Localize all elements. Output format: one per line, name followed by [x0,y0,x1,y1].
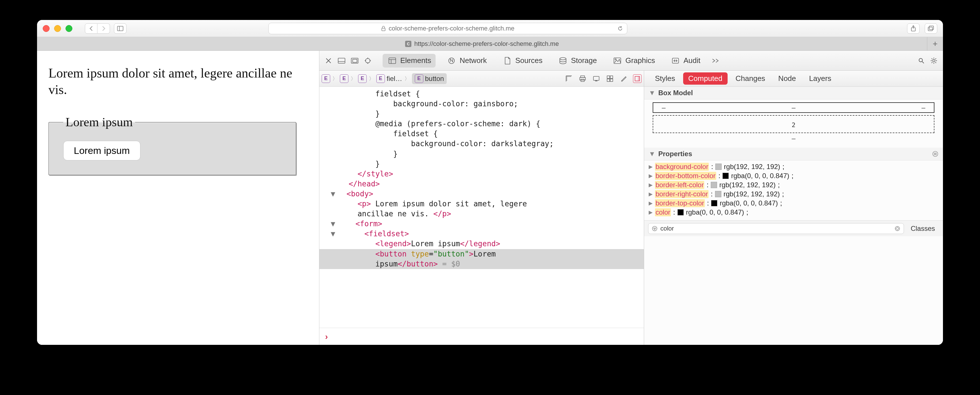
dock-bottom-icon[interactable] [336,56,347,66]
elements-panel: E〉E〉E〉Efiel…〉Ebutton fieldset { backgr [319,71,644,345]
breadcrumb-item[interactable]: E [321,74,330,83]
property-value: rgba(0, 0, 0, 0.847) [720,199,778,207]
color-swatch[interactable] [715,191,721,197]
svg-line-24 [922,62,924,63]
sidebar-toggle-button[interactable] [114,23,126,33]
toggle-details-sidebar-icon[interactable] [633,74,641,83]
disclosure-triangle-icon: ▶ [649,209,653,215]
properties-options-icon[interactable] [932,151,939,157]
svg-rect-9 [353,59,357,62]
storage-icon [558,56,568,66]
reload-button[interactable] [617,25,623,31]
lock-icon [381,26,386,31]
svg-line-30 [932,59,932,59]
color-swatch[interactable] [678,209,684,215]
styles-tab-node[interactable]: Node [773,72,801,84]
rulers-icon[interactable] [565,74,573,83]
devtools-toolbar: ElementsNetworkSourcesStorageGraphicsAud… [319,51,943,71]
history-nav [85,23,110,33]
properties-header[interactable]: ▼ Properties [644,148,943,161]
devtools-search-button[interactable] [916,56,926,66]
toolbar-right [907,23,937,33]
tabs-overview-button[interactable] [925,23,937,33]
panel-tab-storage[interactable]: Storage [553,54,601,67]
minimize-window-button[interactable] [54,25,61,32]
box-model-header[interactable]: ▼ Box Model [644,87,943,99]
box-model-value: – [921,104,925,111]
styles-tabs: StylesComputedChangesNodeLayers [644,71,943,87]
chevron-right-icon: 〉 [351,75,356,82]
panel-tab-network[interactable]: Network [442,54,491,67]
disclosure-triangle-icon: ▶ [649,191,653,197]
disclosure-triangle-icon: ▶ [649,182,653,188]
panel-tab-graphics[interactable]: Graphics [608,54,660,67]
styles-tab-layers[interactable]: Layers [804,72,837,84]
print-styles-icon[interactable] [578,74,587,83]
styles-tab-computed[interactable]: Computed [683,72,728,84]
clear-filter-button[interactable] [894,226,900,231]
safari-window: color-scheme-prefers-color-scheme.glitch… [37,20,943,345]
computed-property-row[interactable]: ▶border-right-color: rgb(192, 192, 192); [649,190,939,199]
computed-property-row[interactable]: ▶border-left-color: rgb(192, 192, 192); [649,180,939,190]
svg-rect-6 [338,58,345,63]
dock-right-icon[interactable] [350,56,360,66]
svg-point-50 [652,226,657,231]
share-button[interactable] [907,23,920,33]
breadcrumb-item[interactable]: E [358,74,367,83]
svg-rect-5 [929,26,934,30]
address-text: color-scheme-prefers-color-scheme.glitch… [388,25,514,32]
color-swatch[interactable] [715,164,722,170]
page-fieldset: Lorem ipsum Lorem ipsum [48,115,296,175]
panel-tab-audit[interactable]: Audit [666,54,705,67]
dom-breadcrumb: E〉E〉E〉Efiel…〉Ebutton [319,71,644,87]
breadcrumb-item[interactable]: Efiel… [376,74,402,83]
svg-rect-0 [118,26,123,31]
console-prompt[interactable]: › [319,328,644,345]
breadcrumb-item[interactable]: Ebutton [412,73,447,84]
disclosure-triangle-icon: ▶ [649,200,653,206]
svg-rect-37 [593,76,599,80]
styles-tab-changes[interactable]: Changes [730,72,770,84]
sources-icon [502,56,512,66]
color-swatch[interactable] [711,182,717,188]
property-name: border-right-color [655,190,708,198]
computed-property-row[interactable]: ▶color: rgba(0, 0, 0, 0.847); [649,208,939,217]
panel-overflow-button[interactable] [710,56,721,66]
box-model-value: – [792,104,795,111]
page-button[interactable]: Lorem ipsum [63,141,140,161]
dom-tree[interactable]: fieldset { background-color: gainsboro; … [319,87,644,328]
property-name: background-color [655,163,709,171]
disclosure-triangle-icon: ▶ [649,173,653,179]
styles-sidebar: StylesComputedChangesNodeLayers ▼ Box Mo… [644,71,943,345]
color-swatch[interactable] [711,200,718,206]
address-bar[interactable]: color-scheme-prefers-color-scheme.glitch… [268,23,627,34]
close-window-button[interactable] [43,25,49,32]
breadcrumb-item[interactable]: E [340,74,348,83]
computed-property-row[interactable]: ▶background-color: rgb(192, 192, 192); [649,162,939,171]
inspect-element-button[interactable] [363,56,373,66]
svg-rect-15 [389,58,396,64]
back-button[interactable] [85,23,97,33]
svg-rect-34 [581,76,585,78]
paint-flashing-icon[interactable] [619,74,628,83]
new-tab-button[interactable]: + [927,37,943,51]
classes-toggle[interactable]: Classes [907,225,939,233]
computed-property-row[interactable]: ▶border-top-color: rgba(0, 0, 0, 0.847); [649,199,939,208]
computed-property-row[interactable]: ▶border-bottom-color: rgba(0, 0, 0, 0.84… [649,171,939,180]
close-devtools-button[interactable] [323,56,334,66]
force-appearance-icon[interactable] [592,74,601,83]
color-swatch[interactable] [722,173,729,179]
compositing-borders-icon[interactable] [606,74,614,83]
styles-tab-styles[interactable]: Styles [650,72,680,84]
box-model-label: Box Model [659,89,693,97]
fullscreen-window-button[interactable] [65,25,72,32]
browser-tab[interactable]: C https://color-scheme-prefers-color-sch… [37,40,927,48]
forward-button[interactable] [97,23,110,33]
property-value: rgb(192, 192, 192) [719,181,775,189]
devtools-settings-button[interactable] [929,56,939,66]
panel-tab-sources[interactable]: Sources [498,54,547,67]
panel-tab-elements[interactable]: Elements [383,54,436,67]
filter-input[interactable]: color [648,223,904,234]
svg-rect-39 [607,76,610,78]
element-badge-icon: E [340,74,348,83]
